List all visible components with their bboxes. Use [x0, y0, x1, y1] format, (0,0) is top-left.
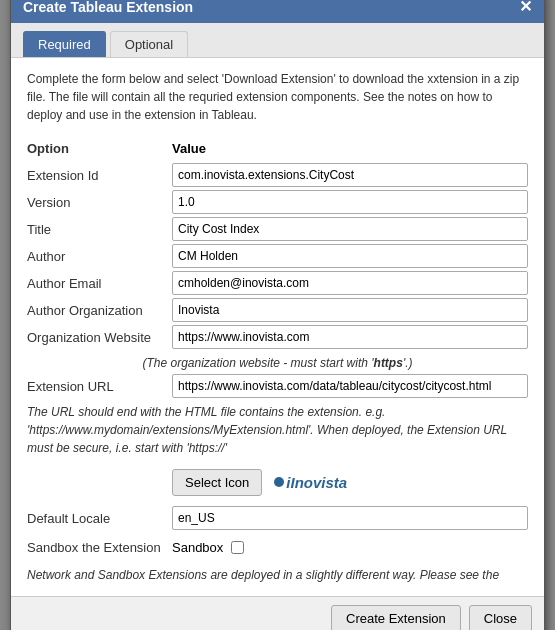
author-input[interactable]: [172, 244, 528, 268]
logo-text: iInovista: [286, 474, 347, 491]
select-icon-button[interactable]: Select Icon: [172, 469, 262, 496]
tab-bar: Required Optional: [11, 23, 544, 58]
default-locale-label: Default Locale: [27, 506, 172, 531]
extension-url-input[interactable]: [172, 374, 528, 398]
sandbox-checkbox[interactable]: [231, 541, 244, 554]
value-header: Value: [172, 141, 206, 156]
version-row: Version: [27, 190, 528, 215]
form-content: Complete the form below and select 'Down…: [11, 58, 544, 596]
inovista-logo: iInovista: [274, 474, 347, 491]
author-email-input[interactable]: [172, 271, 528, 295]
title-label: Title: [27, 217, 172, 242]
org-website-input[interactable]: [172, 325, 528, 349]
default-locale-row: Default Locale: [27, 506, 528, 531]
org-website-label: Organization Website: [27, 325, 172, 350]
option-header: Option: [27, 136, 172, 161]
logo-dot: [274, 477, 284, 487]
default-locale-input[interactable]: [172, 506, 528, 530]
extension-id-row: Extension Id: [27, 163, 528, 188]
extension-url-row: Extension URL: [27, 374, 528, 399]
author-org-row: Author Organization: [27, 298, 528, 323]
form-header-row: Option Value: [27, 136, 528, 161]
dialog-footer: Create Extension Close: [11, 596, 544, 631]
org-website-row: Organization Website: [27, 325, 528, 350]
title-input[interactable]: [172, 217, 528, 241]
author-row: Author: [27, 244, 528, 269]
author-label: Author: [27, 244, 172, 269]
close-button[interactable]: Close: [469, 605, 532, 631]
author-org-input[interactable]: [172, 298, 528, 322]
title-row: Title: [27, 217, 528, 242]
footer-description: Network and Sandbox Extensions are deplo…: [27, 566, 528, 584]
extension-id-value: [172, 163, 528, 187]
version-input[interactable]: [172, 190, 528, 214]
dialog-close-button[interactable]: ✕: [519, 0, 532, 15]
version-label: Version: [27, 190, 172, 215]
author-org-label: Author Organization: [27, 298, 172, 323]
tab-required[interactable]: Required: [23, 31, 106, 57]
sandbox-row: Sandbox the Extension Sandbox: [27, 535, 528, 560]
org-website-note: (The organization website - must start w…: [27, 352, 528, 374]
tab-optional[interactable]: Optional: [110, 31, 188, 57]
extension-url-note: The URL should end with the HTML file co…: [27, 403, 528, 457]
extension-id-input[interactable]: [172, 163, 528, 187]
author-email-label: Author Email: [27, 271, 172, 296]
icon-row: Select Icon iInovista: [27, 463, 528, 502]
create-extension-dialog: Create Tableau Extension ✕ Required Opti…: [10, 0, 545, 630]
extension-url-label: Extension URL: [27, 374, 172, 399]
dialog-title: Create Tableau Extension: [23, 0, 193, 15]
title-bar: Create Tableau Extension ✕: [11, 0, 544, 23]
sandbox-value-label: Sandbox: [172, 540, 223, 555]
author-email-row: Author Email: [27, 271, 528, 296]
form-description: Complete the form below and select 'Down…: [27, 70, 528, 124]
sandbox-label: Sandbox the Extension: [27, 535, 172, 560]
extension-id-label: Extension Id: [27, 163, 172, 188]
create-extension-button[interactable]: Create Extension: [331, 605, 461, 631]
